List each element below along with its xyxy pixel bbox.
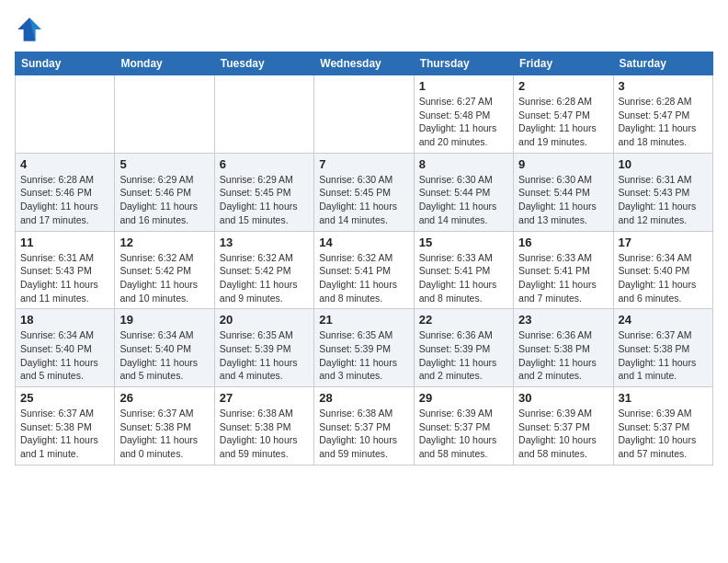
day-info: Sunrise: 6:35 AMSunset: 5:39 PMDaylight:… bbox=[220, 328, 309, 383]
day-info: Sunrise: 6:34 AMSunset: 5:40 PMDaylight:… bbox=[20, 328, 109, 383]
day-info: Sunrise: 6:32 AMSunset: 5:42 PMDaylight:… bbox=[220, 251, 309, 305]
calendar-week-2: 4Sunrise: 6:28 AMSunset: 5:46 PMDaylight… bbox=[16, 153, 713, 231]
calendar-cell: 24Sunrise: 6:37 AMSunset: 5:38 PMDayligh… bbox=[613, 309, 712, 387]
day-info: Sunrise: 6:38 AMSunset: 5:38 PMDaylight:… bbox=[220, 407, 309, 461]
calendar-cell: 19Sunrise: 6:34 AMSunset: 5:40 PMDayligh… bbox=[115, 309, 214, 387]
day-header-monday: Monday bbox=[115, 52, 214, 75]
calendar-cell: 15Sunrise: 6:33 AMSunset: 5:41 PMDayligh… bbox=[414, 231, 513, 309]
calendar-cell: 10Sunrise: 6:31 AMSunset: 5:43 PMDayligh… bbox=[613, 153, 712, 231]
day-info: Sunrise: 6:39 AMSunset: 5:37 PMDaylight:… bbox=[518, 407, 608, 461]
day-info: Sunrise: 6:32 AMSunset: 5:41 PMDaylight:… bbox=[319, 251, 408, 305]
calendar-cell: 18Sunrise: 6:34 AMSunset: 5:40 PMDayligh… bbox=[16, 309, 115, 387]
day-info: Sunrise: 6:34 AMSunset: 5:40 PMDaylight:… bbox=[619, 251, 708, 305]
calendar-cell: 27Sunrise: 6:38 AMSunset: 5:38 PMDayligh… bbox=[214, 387, 313, 465]
day-header-friday: Friday bbox=[514, 52, 613, 75]
day-header-thursday: Thursday bbox=[414, 52, 513, 75]
day-number: 29 bbox=[419, 391, 508, 405]
day-number: 23 bbox=[518, 313, 608, 327]
day-number: 28 bbox=[319, 391, 408, 405]
day-number: 11 bbox=[20, 236, 109, 249]
calendar-cell: 26Sunrise: 6:37 AMSunset: 5:38 PMDayligh… bbox=[115, 387, 214, 465]
day-number: 2 bbox=[518, 79, 608, 93]
day-info: Sunrise: 6:32 AMSunset: 5:42 PMDaylight:… bbox=[119, 251, 209, 305]
calendar-cell bbox=[16, 75, 115, 154]
day-number: 18 bbox=[20, 313, 109, 327]
calendar-cell: 22Sunrise: 6:36 AMSunset: 5:39 PMDayligh… bbox=[414, 309, 513, 387]
day-info: Sunrise: 6:34 AMSunset: 5:40 PMDaylight:… bbox=[119, 328, 209, 383]
day-info: Sunrise: 6:31 AMSunset: 5:43 PMDaylight:… bbox=[20, 251, 109, 305]
calendar-cell: 28Sunrise: 6:38 AMSunset: 5:37 PMDayligh… bbox=[314, 387, 414, 465]
day-number: 4 bbox=[20, 157, 109, 171]
logo bbox=[15, 15, 48, 44]
day-info: Sunrise: 6:36 AMSunset: 5:38 PMDaylight:… bbox=[518, 328, 608, 383]
day-info: Sunrise: 6:33 AMSunset: 5:41 PMDaylight:… bbox=[518, 251, 608, 305]
day-info: Sunrise: 6:38 AMSunset: 5:37 PMDaylight:… bbox=[319, 407, 408, 461]
calendar-cell: 5Sunrise: 6:29 AMSunset: 5:46 PMDaylight… bbox=[115, 153, 214, 231]
day-info: Sunrise: 6:27 AMSunset: 5:48 PMDaylight:… bbox=[419, 95, 508, 149]
day-info: Sunrise: 6:28 AMSunset: 5:46 PMDaylight:… bbox=[20, 173, 109, 227]
day-number: 30 bbox=[518, 391, 608, 405]
day-number: 19 bbox=[119, 313, 209, 327]
calendar-cell: 17Sunrise: 6:34 AMSunset: 5:40 PMDayligh… bbox=[613, 231, 712, 309]
day-number: 25 bbox=[20, 391, 109, 405]
calendar-cell bbox=[214, 75, 313, 154]
day-number: 17 bbox=[619, 236, 708, 249]
day-info: Sunrise: 6:39 AMSunset: 5:37 PMDaylight:… bbox=[619, 407, 708, 461]
calendar-cell: 14Sunrise: 6:32 AMSunset: 5:41 PMDayligh… bbox=[314, 231, 414, 309]
calendar-header-row: SundayMondayTuesdayWednesdayThursdayFrid… bbox=[16, 52, 713, 75]
calendar-cell: 12Sunrise: 6:32 AMSunset: 5:42 PMDayligh… bbox=[115, 231, 214, 309]
calendar-cell: 4Sunrise: 6:28 AMSunset: 5:46 PMDaylight… bbox=[16, 153, 115, 231]
day-info: Sunrise: 6:30 AMSunset: 5:45 PMDaylight:… bbox=[319, 173, 408, 227]
calendar-cell bbox=[115, 75, 214, 154]
day-number: 6 bbox=[220, 157, 309, 171]
day-number: 24 bbox=[619, 313, 708, 327]
logo-icon bbox=[15, 15, 44, 44]
day-number: 16 bbox=[518, 236, 608, 249]
day-header-sunday: Sunday bbox=[16, 52, 115, 75]
calendar-cell: 23Sunrise: 6:36 AMSunset: 5:38 PMDayligh… bbox=[514, 309, 613, 387]
day-header-saturday: Saturday bbox=[613, 52, 712, 75]
day-info: Sunrise: 6:37 AMSunset: 5:38 PMDaylight:… bbox=[119, 407, 209, 461]
day-number: 31 bbox=[619, 391, 708, 405]
calendar-cell: 13Sunrise: 6:32 AMSunset: 5:42 PMDayligh… bbox=[214, 231, 313, 309]
day-info: Sunrise: 6:29 AMSunset: 5:45 PMDaylight:… bbox=[220, 173, 309, 227]
calendar-cell: 31Sunrise: 6:39 AMSunset: 5:37 PMDayligh… bbox=[613, 387, 712, 465]
day-header-tuesday: Tuesday bbox=[214, 52, 313, 75]
day-number: 1 bbox=[419, 79, 508, 93]
page-header bbox=[15, 15, 713, 44]
day-header-wednesday: Wednesday bbox=[314, 52, 414, 75]
day-number: 20 bbox=[220, 313, 309, 327]
day-info: Sunrise: 6:37 AMSunset: 5:38 PMDaylight:… bbox=[20, 407, 109, 461]
day-number: 9 bbox=[518, 157, 608, 171]
calendar-cell: 11Sunrise: 6:31 AMSunset: 5:43 PMDayligh… bbox=[16, 231, 115, 309]
day-info: Sunrise: 6:29 AMSunset: 5:46 PMDaylight:… bbox=[119, 173, 209, 227]
calendar-cell: 7Sunrise: 6:30 AMSunset: 5:45 PMDaylight… bbox=[314, 153, 414, 231]
calendar-cell: 1Sunrise: 6:27 AMSunset: 5:48 PMDaylight… bbox=[414, 75, 513, 154]
day-info: Sunrise: 6:36 AMSunset: 5:39 PMDaylight:… bbox=[419, 328, 508, 383]
calendar-cell: 25Sunrise: 6:37 AMSunset: 5:38 PMDayligh… bbox=[16, 387, 115, 465]
day-number: 10 bbox=[619, 157, 708, 171]
calendar-cell: 9Sunrise: 6:30 AMSunset: 5:44 PMDaylight… bbox=[514, 153, 613, 231]
day-number: 12 bbox=[119, 236, 209, 249]
calendar-week-3: 11Sunrise: 6:31 AMSunset: 5:43 PMDayligh… bbox=[16, 231, 713, 309]
day-number: 13 bbox=[220, 236, 309, 249]
day-number: 8 bbox=[419, 157, 508, 171]
day-info: Sunrise: 6:28 AMSunset: 5:47 PMDaylight:… bbox=[518, 95, 608, 149]
day-number: 15 bbox=[419, 236, 508, 249]
day-number: 14 bbox=[319, 236, 408, 249]
calendar-cell: 16Sunrise: 6:33 AMSunset: 5:41 PMDayligh… bbox=[514, 231, 613, 309]
calendar-week-5: 25Sunrise: 6:37 AMSunset: 5:38 PMDayligh… bbox=[16, 387, 713, 465]
calendar-cell: 29Sunrise: 6:39 AMSunset: 5:37 PMDayligh… bbox=[414, 387, 513, 465]
day-number: 7 bbox=[319, 157, 408, 171]
day-info: Sunrise: 6:35 AMSunset: 5:39 PMDaylight:… bbox=[319, 328, 408, 383]
calendar-week-1: 1Sunrise: 6:27 AMSunset: 5:48 PMDaylight… bbox=[16, 75, 713, 154]
calendar-week-4: 18Sunrise: 6:34 AMSunset: 5:40 PMDayligh… bbox=[16, 309, 713, 387]
day-number: 21 bbox=[319, 313, 408, 327]
day-info: Sunrise: 6:30 AMSunset: 5:44 PMDaylight:… bbox=[419, 173, 508, 227]
day-info: Sunrise: 6:37 AMSunset: 5:38 PMDaylight:… bbox=[619, 328, 708, 383]
day-number: 5 bbox=[119, 157, 209, 171]
calendar-cell: 20Sunrise: 6:35 AMSunset: 5:39 PMDayligh… bbox=[214, 309, 313, 387]
calendar-cell: 8Sunrise: 6:30 AMSunset: 5:44 PMDaylight… bbox=[414, 153, 513, 231]
day-info: Sunrise: 6:33 AMSunset: 5:41 PMDaylight:… bbox=[419, 251, 508, 305]
calendar-cell: 6Sunrise: 6:29 AMSunset: 5:45 PMDaylight… bbox=[214, 153, 313, 231]
